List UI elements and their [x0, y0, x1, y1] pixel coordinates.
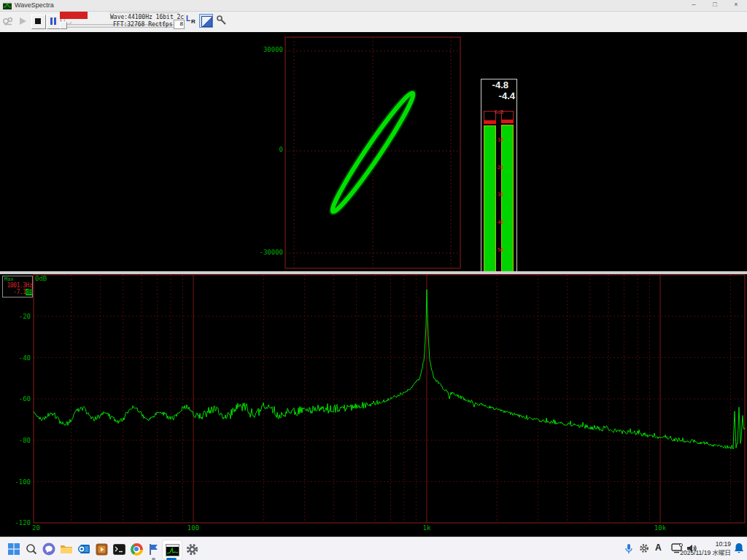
meter-bar-left	[484, 125, 496, 280]
y-tick: -40	[6, 354, 31, 362]
clock[interactable]: 10:19 2025/11/19 水曜日	[680, 540, 731, 557]
minimize-button[interactable]: –	[686, 1, 702, 9]
peak-readout-right: -4.4	[499, 91, 515, 101]
peak-readout-left: -4.8	[492, 80, 508, 90]
meter-scale-tick: 0dB	[487, 109, 511, 115]
level-meter: -4.8 -4.4 0dB -10 -20 -30 -40 -50 -60 L …	[481, 79, 517, 291]
settings-wrench-button[interactable]	[215, 14, 228, 27]
x-tick: 20	[32, 524, 40, 532]
close-button[interactable]: ×	[728, 1, 744, 9]
spectrum-trace	[34, 289, 745, 449]
start-button[interactable]	[4, 540, 23, 559]
meter-bar-right	[501, 125, 514, 280]
play-button[interactable]	[16, 15, 29, 28]
y-tick: -80	[6, 437, 31, 444]
peak-hold-right	[501, 120, 514, 123]
search-icon	[26, 543, 37, 555]
play-icon	[16, 15, 29, 28]
peak-info-box: Max 1001.3Hz -7.1dB	[2, 276, 33, 298]
max-label: Max	[3, 276, 32, 282]
pause-button[interactable]	[47, 15, 61, 29]
spectrum-mode-icon	[201, 16, 212, 27]
search-button[interactable]	[22, 540, 41, 559]
pause-icon	[50, 18, 53, 25]
ime-indicator[interactable]: A	[655, 542, 662, 553]
taskbar: A 10:19 2025/11/19 水曜日	[0, 537, 747, 560]
chat-button[interactable]	[39, 540, 58, 559]
fft-info: FFT:32768 Rect.	[113, 21, 166, 28]
meter-scale-tick: -20	[487, 165, 511, 171]
notification-bell-icon[interactable]	[734, 542, 744, 557]
chrome-button[interactable]	[127, 540, 146, 559]
lr-display-button[interactable]: L R	[185, 14, 198, 27]
seek-groove	[109, 12, 179, 13]
settings-button[interactable]	[182, 540, 201, 559]
titlebar: WaveSpectra – □ ×	[0, 0, 747, 12]
chrome-icon	[131, 543, 143, 556]
record-button[interactable]	[1, 15, 15, 28]
x-tick: 1k	[417, 524, 437, 532]
x-tick: 10k	[650, 524, 670, 532]
y-tick: -120	[6, 519, 31, 526]
folder-icon	[60, 543, 73, 555]
max-level: -7.1dB	[3, 289, 32, 295]
record-icon	[1, 15, 15, 28]
maximize-button[interactable]: □	[707, 1, 723, 9]
clock-date: 2025/11/19 水曜日	[680, 548, 731, 557]
scope-panel: 30000 0 -30000 -4.8 -4.4	[0, 32, 747, 271]
gear-icon	[186, 543, 198, 556]
stop-button[interactable]	[31, 15, 46, 29]
pinned-app-button[interactable]	[144, 540, 163, 559]
screen: WaveSpectra – □ ×	[0, 0, 747, 560]
mic-status-icon[interactable]	[624, 543, 633, 557]
outlook-button[interactable]	[74, 540, 93, 559]
spectrum-mode-button[interactable]	[199, 14, 213, 28]
y-tick: -20	[6, 313, 31, 320]
max-frequency: 1001.3Hz	[3, 282, 32, 289]
media-app-button[interactable]	[92, 540, 111, 559]
lissajous-scope	[277, 32, 467, 271]
clock-time: 10:19	[680, 540, 731, 548]
x-tick: 100	[183, 524, 204, 532]
lissajous-frame	[285, 37, 460, 268]
fps-field[interactable]: 8	[174, 20, 185, 29]
wavespectra-app-icon	[166, 544, 179, 556]
max-level-unit: dB	[26, 289, 32, 295]
stop-icon	[35, 18, 41, 24]
flag-app-icon	[148, 543, 160, 556]
tray-gear-icon[interactable]	[639, 543, 649, 556]
lissajous-grid	[285, 37, 460, 268]
terminal-button[interactable]	[109, 540, 128, 559]
windows-start-icon	[8, 543, 20, 555]
chat-icon	[42, 542, 55, 556]
max-level-value: -7.1	[13, 289, 26, 295]
wrench-icon	[215, 14, 228, 27]
spectrum-panel: Max 1001.3Hz -7.1dB 0dB -20 -40 -60 -80 …	[0, 274, 747, 537]
y-tick-0db: 0dB	[35, 275, 47, 282]
seek-thumb[interactable]	[60, 22, 67, 29]
spectrum-chart	[0, 274, 747, 537]
wavespectra-taskbar-button[interactable]	[162, 540, 182, 560]
outlook-icon	[77, 542, 90, 556]
app-icon	[3, 1, 12, 9]
file-explorer-button[interactable]	[57, 540, 76, 559]
meter-scale-tick: -50	[487, 247, 511, 253]
meter-scale-tick: -40	[487, 219, 511, 225]
lissajous-trace	[327, 89, 419, 215]
lr-r-glyph: R	[191, 18, 196, 25]
toolbar: Wave:44100Hz 16bit 2ch FFT:32768 Rect. f…	[0, 12, 747, 33]
media-app-icon	[96, 543, 108, 556]
y-tick: -60	[6, 395, 31, 402]
window-title: WaveSpectra	[15, 1, 54, 9]
terminal-icon	[113, 544, 125, 555]
position-indicator	[60, 12, 88, 19]
meter-scale-tick: -10	[487, 137, 511, 143]
meter-scale-tick: -30	[487, 192, 511, 198]
y-tick: -100	[6, 478, 31, 486]
peak-hold-left	[484, 120, 496, 124]
lr-l-glyph: L	[186, 15, 190, 23]
